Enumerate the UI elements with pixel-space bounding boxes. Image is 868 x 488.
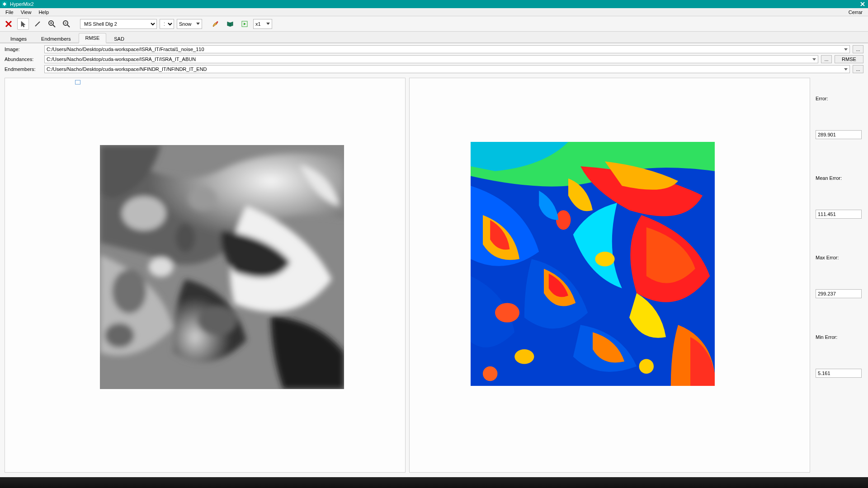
grayscale-panel — [5, 78, 406, 473]
brush-icon[interactable] — [210, 18, 222, 30]
endmembers-path-value: C:/Users/Nacho/Desktop/cuda-workspace/NF… — [47, 66, 207, 72]
menu-help[interactable]: Help — [35, 9, 52, 16]
svg-point-23 — [514, 349, 534, 364]
image-browse-button[interactable]: ... — [853, 45, 863, 53]
window-title: HyperMix2 — [10, 1, 34, 7]
tab-endmembers[interactable]: Endmembers — [34, 34, 77, 43]
tab-sad[interactable]: SAD — [107, 34, 131, 43]
image-path-value: C:/Users/Nacho/Desktop/cuda-workspace/IS… — [47, 47, 204, 52]
menu-view[interactable]: View — [17, 9, 35, 16]
tab-rmse[interactable]: RMSE — [79, 33, 107, 43]
max-error-label: Max Error: — [816, 255, 862, 260]
mean-error-label: Mean Error: — [816, 175, 862, 181]
font-size-select[interactable]: 14 — [160, 19, 174, 29]
chevron-down-icon — [266, 23, 270, 25]
svg-point-18 — [175, 223, 195, 253]
svg-point-24 — [483, 366, 497, 381]
svg-point-15 — [198, 306, 236, 335]
app-icon — [2, 1, 7, 7]
svg-point-22 — [556, 210, 571, 230]
abundances-path-value: C:/Users/Nacho/Desktop/cuda-workspace/IS… — [47, 56, 196, 62]
svg-point-17 — [105, 323, 134, 347]
zoom-out-icon[interactable] — [61, 18, 72, 30]
svg-line-3 — [53, 25, 55, 27]
heatmap-panel — [409, 78, 810, 473]
svg-point-16 — [149, 257, 173, 277]
svg-point-13 — [188, 187, 217, 211]
play-icon[interactable] — [239, 18, 250, 30]
max-error-value: 299.237 — [816, 289, 862, 298]
menu-file[interactable]: File — [2, 9, 17, 16]
zoom-select[interactable]: x1 — [253, 19, 272, 29]
colormap-value: Snow — [179, 21, 192, 27]
book-icon[interactable] — [224, 18, 236, 30]
grayscale-image — [100, 145, 344, 389]
line-tool-icon[interactable] — [32, 18, 43, 30]
titlebar: HyperMix2 — [0, 0, 868, 8]
error-label: Error: — [816, 96, 862, 101]
chevron-down-icon — [844, 68, 848, 70]
image-path-label: Image: — [5, 47, 42, 52]
min-error-label: Min Error: — [816, 334, 862, 340]
tabs: Images Endmembers RMSE SAD — [0, 32, 868, 43]
menu-close[interactable]: Cerrar — [845, 9, 866, 16]
path-rows: Image: C:/Users/Nacho/Desktop/cuda-works… — [0, 43, 868, 75]
menubar: File View Help Cerrar — [0, 8, 868, 16]
endmembers-browse-button[interactable]: ... — [853, 65, 863, 73]
zoom-in-icon[interactable] — [46, 18, 58, 30]
svg-line-1 — [35, 22, 40, 26]
svg-line-7 — [67, 25, 70, 27]
mean-error-value: 111.451 — [816, 210, 862, 219]
chevron-down-icon — [844, 48, 848, 51]
svg-point-12 — [122, 196, 166, 230]
close-window-button[interactable] — [859, 0, 866, 8]
zoom-value: x1 — [255, 21, 261, 27]
content-area: Error: 289.901 Mean Error: 111.451 Max E… — [0, 75, 868, 477]
endmembers-path-input[interactable]: C:/Users/Nacho/Desktop/cuda-workspace/NF… — [44, 65, 850, 73]
toolbar: MS Shell Dlg 2 14 Snow x1 — [0, 16, 868, 32]
rmse-button[interactable]: RMSE — [835, 55, 863, 63]
svg-point-14 — [112, 269, 146, 313]
font-select[interactable]: MS Shell Dlg 2 — [80, 19, 157, 29]
stats-sidebar: Error: 289.901 Mean Error: 111.451 Max E… — [814, 78, 863, 473]
heatmap-image — [471, 142, 715, 386]
svg-point-21 — [595, 252, 614, 266]
colormap-select[interactable]: Snow — [177, 19, 202, 29]
delete-icon[interactable] — [3, 18, 14, 30]
pointer-icon[interactable] — [17, 18, 29, 30]
chevron-down-icon — [196, 23, 200, 25]
tab-images[interactable]: Images — [4, 34, 33, 43]
min-error-value: 5.161 — [816, 369, 862, 378]
error-value: 289.901 — [816, 130, 862, 139]
abundances-path-input[interactable]: C:/Users/Nacho/Desktop/cuda-workspace/IS… — [44, 55, 818, 63]
os-taskbar — [0, 477, 868, 488]
chevron-down-icon — [812, 58, 816, 61]
image-path-input[interactable]: C:/Users/Nacho/Desktop/cuda-workspace/IS… — [44, 45, 850, 53]
endmembers-path-label: Endmembers: — [5, 66, 42, 72]
svg-point-20 — [495, 303, 519, 322]
abundances-path-label: Abundances: — [5, 56, 42, 62]
svg-point-25 — [639, 359, 654, 374]
abundances-browse-button[interactable]: ... — [821, 55, 832, 63]
